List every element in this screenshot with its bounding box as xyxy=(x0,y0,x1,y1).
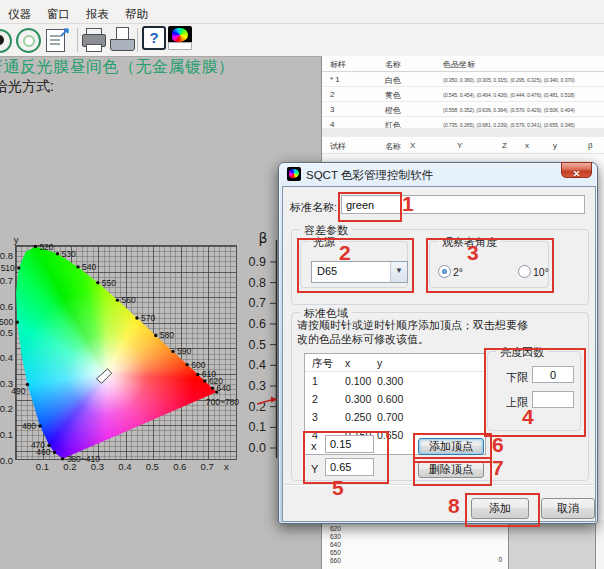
locus-label: 500 xyxy=(0,317,14,327)
annotation-number-1: 1 xyxy=(402,192,414,216)
beta-axis-title: β xyxy=(259,230,268,246)
samples-col-header: 名称 xyxy=(385,141,401,152)
standards-row-id: * 1 xyxy=(330,75,340,84)
menu-item-2[interactable]: 报表 xyxy=(78,5,117,24)
app-window: 仪器窗口报表帮助 ↗ ? xyxy=(0,0,604,569)
sqct-logo-icon xyxy=(287,167,301,181)
standards-row-id: 2 xyxy=(330,90,334,99)
sqct-dialog: SQCT 色彩管理控制软件 ✕ 标准名称: 容差参数 光源 D65 ▼ 观察者角… xyxy=(278,162,598,524)
beta-tick-label: 0.6 xyxy=(249,317,266,331)
wavelength-item: 630 xyxy=(322,533,508,541)
target-dark-icon[interactable] xyxy=(0,27,14,53)
y-tick-label: 0.2 xyxy=(0,403,13,414)
annotation-number-8: 8 xyxy=(448,494,460,518)
annotation-number-4: 4 xyxy=(522,405,534,429)
samples-col-header: y xyxy=(553,141,557,150)
menu-item-3[interactable]: 帮助 xyxy=(117,5,156,24)
y-tick-label: 0.5 xyxy=(0,327,13,338)
wavelength-item: 640 xyxy=(322,541,508,549)
vertex-cell: 0.300 xyxy=(377,375,403,387)
help-icon[interactable]: ? xyxy=(142,26,166,50)
annotation-box-1 xyxy=(338,192,402,222)
vertex-list-header: 序号xy xyxy=(305,354,485,372)
beta-tick-label: 0.5 xyxy=(249,338,266,352)
menu-item-0[interactable]: 仪器 xyxy=(0,5,39,24)
table-row[interactable]: * 1白色(0.350, 0.360), (0.305, 0.315), (0.… xyxy=(322,72,604,87)
vertex-cell: 0.600 xyxy=(377,393,403,405)
samples-table-header: 试样名称XYZxyβ xyxy=(322,137,604,154)
x-tick-label: 0.4 xyxy=(118,461,131,472)
standards-row-name: 白色 xyxy=(385,75,401,86)
standards-row-name: 黄色 xyxy=(385,90,401,101)
cancel-button[interactable]: 取消 xyxy=(541,498,595,519)
print-icon[interactable] xyxy=(81,27,107,53)
target-icon[interactable] xyxy=(16,27,42,53)
vertex-cell: 0.100 xyxy=(345,375,371,387)
samples-col-header: Z xyxy=(502,141,507,150)
background-column xyxy=(596,520,604,569)
beta-tick-label: 0.7 xyxy=(249,296,266,310)
close-icon: ✕ xyxy=(573,169,581,179)
vertex-col-header: x xyxy=(345,357,350,369)
standards-row-name: 橙色 xyxy=(385,105,401,116)
arrow-up-right-icon: ↗ xyxy=(58,24,70,40)
instruction-text: 请按顺时针或逆时针顺序添加顶点；双击想要修 改的色品坐标可修改该值。 xyxy=(297,318,528,346)
annotation-box-4 xyxy=(484,348,586,437)
table-row[interactable]: 2黄色(0.545, 0.454), (0.494, 0.426), (0.44… xyxy=(322,87,604,102)
vertex-col-header: y xyxy=(377,357,382,369)
beta-tick-label: 0.0 xyxy=(249,441,266,455)
annotation-box-2 xyxy=(297,238,414,293)
annotation-box-5 xyxy=(303,431,389,484)
y-axis-title: y xyxy=(14,234,19,245)
x-axis-title: x xyxy=(224,461,229,472)
menu-bar: 仪器窗口报表帮助 xyxy=(0,5,604,23)
beta-tick-label: 0.2 xyxy=(249,400,266,414)
beta-tick-label: 0.9 xyxy=(249,255,266,269)
print-preview-icon[interactable] xyxy=(109,27,135,53)
toolbar: ↗ ? SQCT xyxy=(0,23,604,56)
samples-col-header: x xyxy=(525,141,529,150)
vertex-row[interactable]: 30.2500.700 xyxy=(305,408,485,426)
samples-col-header: β xyxy=(588,141,593,150)
y-tick-label: 0.8 xyxy=(0,250,13,261)
annotation-box-7 xyxy=(413,457,492,486)
export-report-icon[interactable]: ↗ xyxy=(46,27,72,53)
y-tick-label: 0.0 xyxy=(0,455,13,466)
samples-col-header: X xyxy=(410,141,415,150)
vertex-col-header: 序号 xyxy=(312,357,333,371)
table-row[interactable]: 3橙色(0.558, 0.352), (0.636, 0.364), (0.57… xyxy=(322,102,604,117)
vertex-cell: 2 xyxy=(312,393,318,405)
vertex-cell: 1 xyxy=(312,375,318,387)
x-tick-label: 0.5 xyxy=(146,461,159,472)
vertex-row[interactable]: 20.3000.600 xyxy=(305,390,485,408)
wavelength-list-value: 0 xyxy=(458,556,502,563)
sqct-logo-icon[interactable]: SQCT xyxy=(168,26,192,50)
menu-item-1[interactable]: 窗口 xyxy=(39,5,78,24)
dialog-title: SQCT 色彩管理控制软件 xyxy=(306,168,433,183)
vertex-cell: 0.250 xyxy=(345,411,371,423)
beta-tick-label: 0.8 xyxy=(249,276,266,290)
standards-row-coords: (0.545, 0.454), (0.494, 0.426), (0.444, … xyxy=(443,92,575,98)
beta-tick-label: 0.4 xyxy=(249,358,266,372)
x-tick-label: 0.2 xyxy=(63,461,76,472)
y-tick-label: 0.3 xyxy=(0,378,13,389)
standards-row-coords: (0.350, 0.360), (0.305, 0.315), (0.295, … xyxy=(443,77,575,83)
vertex-row[interactable]: 10.1000.300 xyxy=(305,372,485,390)
close-button[interactable]: ✕ xyxy=(561,162,592,178)
y-tick-label: 0.1 xyxy=(0,429,13,440)
locus-label: 510 xyxy=(1,263,15,273)
page-subtitle: 给光方式: xyxy=(0,78,54,96)
standards-col-header: 标样 xyxy=(330,59,346,70)
red-arrow-head xyxy=(271,397,278,403)
annotation-box-8 xyxy=(465,493,540,527)
beta-tick-label: 0.1 xyxy=(249,420,266,434)
standards-col-header: 名称 xyxy=(385,59,401,70)
vertex-cell: 0.700 xyxy=(377,411,403,423)
annotation-number-3: 3 xyxy=(467,241,479,265)
annotation-box-3 xyxy=(426,238,554,293)
top-bar: 仪器窗口报表帮助 ↗ ? xyxy=(0,0,604,57)
vertex-cell: 0.300 xyxy=(345,393,371,405)
target-inner-ring xyxy=(23,35,35,47)
annotation-number-7: 7 xyxy=(492,456,504,480)
samples-col-header: Y xyxy=(457,141,462,150)
